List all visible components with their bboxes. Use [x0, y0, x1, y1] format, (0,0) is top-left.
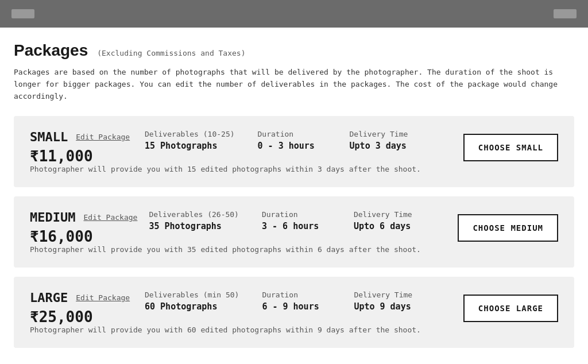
package-details-medium: Deliverables (26-50) 35 Photographs Dura…: [149, 210, 458, 231]
deliverables-block: Deliverables (10-25) 15 Photographs: [145, 130, 235, 151]
package-left: MEDIUM Edit Package ₹16,000: [30, 210, 137, 245]
edit-package-link-small[interactable]: Edit Package: [76, 133, 130, 141]
package-left: LARGE Edit Package ₹25,000: [30, 291, 133, 326]
package-description-medium: Photographer will provide you with 35 ed…: [30, 245, 558, 254]
page-subtitle: (Excluding Commissions and Taxes): [97, 49, 245, 57]
package-price-large: ₹25,000: [30, 308, 133, 326]
package-header: MEDIUM Edit Package: [30, 210, 137, 224]
duration-value: 6 - 9 hours: [262, 301, 331, 312]
delivery-label: Delivery Time: [350, 130, 419, 138]
page-description: Packages are based on the number of phot…: [14, 67, 574, 102]
deliverables-block: Deliverables (min 50) 60 Photographs: [145, 291, 239, 312]
package-info-section: MEDIUM Edit Package ₹16,000 Deliverables…: [30, 210, 458, 245]
deliverables-label: Deliverables (26-50): [149, 210, 239, 219]
delivery-block: Delivery Time Upto 3 days: [350, 130, 419, 151]
delivery-value: Upto 6 days: [354, 221, 423, 231]
deliverables-block: Deliverables (26-50) 35 Photographs: [149, 210, 239, 231]
delivery-value: Upto 9 days: [354, 301, 423, 312]
page-title: Packages: [14, 41, 88, 60]
duration-value: 3 - 6 hours: [262, 221, 331, 231]
delivery-value: Upto 3 days: [350, 141, 419, 151]
package-left: SMALL Edit Package ₹11,000: [30, 130, 133, 165]
deliverables-label: Deliverables (min 50): [145, 291, 239, 299]
package-name-small: SMALL: [30, 130, 68, 144]
deliverables-label: Deliverables (10-25): [145, 130, 235, 138]
main-content: Packages (Excluding Commissions and Taxe…: [0, 28, 588, 364]
deliverables-value: 35 Photographs: [149, 221, 239, 231]
package-card-large: LARGE Edit Package ₹25,000 Deliverables …: [14, 277, 574, 348]
choose-medium-button[interactable]: CHOOSE MEDIUM: [458, 214, 558, 242]
edit-package-link-medium[interactable]: Edit Package: [83, 213, 137, 222]
choose-small-button[interactable]: CHOOSE SMALL: [463, 134, 558, 161]
package-info-section: LARGE Edit Package ₹25,000 Deliverables …: [30, 291, 463, 326]
package-info-section: SMALL Edit Package ₹11,000 Deliverables …: [30, 130, 463, 165]
nav-left-button[interactable]: [11, 9, 34, 18]
delivery-block: Delivery Time Upto 6 days: [354, 210, 423, 231]
delivery-label: Delivery Time: [354, 291, 423, 299]
packages-container: SMALL Edit Package ₹11,000 Deliverables …: [14, 116, 574, 348]
duration-label: Duration: [262, 291, 331, 299]
package-top-row: SMALL Edit Package ₹11,000 Deliverables …: [30, 130, 558, 165]
delivery-block: Delivery Time Upto 9 days: [354, 291, 423, 312]
delivery-label: Delivery Time: [354, 210, 423, 219]
duration-block: Duration 6 - 9 hours: [262, 291, 331, 312]
package-card-medium: MEDIUM Edit Package ₹16,000 Deliverables…: [14, 196, 574, 268]
package-top-row: LARGE Edit Package ₹25,000 Deliverables …: [30, 291, 558, 326]
package-header: SMALL Edit Package: [30, 130, 133, 144]
page-header: Packages (Excluding Commissions and Taxe…: [14, 41, 574, 60]
package-description-large: Photographer will provide you with 60 ed…: [30, 326, 558, 334]
package-header: LARGE Edit Package: [30, 291, 133, 305]
package-description-small: Photographer will provide you with 15 ed…: [30, 165, 558, 173]
deliverables-value: 15 Photographs: [145, 141, 235, 151]
duration-label: Duration: [258, 130, 327, 138]
deliverables-value: 60 Photographs: [145, 301, 239, 312]
package-details-large: Deliverables (min 50) 60 Photographs Dur…: [145, 291, 463, 312]
package-price-small: ₹11,000: [30, 148, 133, 165]
duration-value: 0 - 3 hours: [258, 141, 327, 151]
package-name-large: LARGE: [30, 291, 68, 305]
choose-large-button[interactable]: CHOOSE LARGE: [463, 295, 558, 322]
package-details-small: Deliverables (10-25) 15 Photographs Dura…: [145, 130, 463, 151]
edit-package-link-large[interactable]: Edit Package: [76, 293, 130, 302]
duration-block: Duration 0 - 3 hours: [258, 130, 327, 151]
package-card-small: SMALL Edit Package ₹11,000 Deliverables …: [14, 116, 574, 187]
package-top-row: MEDIUM Edit Package ₹16,000 Deliverables…: [30, 210, 558, 245]
package-price-medium: ₹16,000: [30, 228, 137, 245]
top-navigation: [0, 0, 588, 28]
duration-label: Duration: [262, 210, 331, 219]
nav-right-button[interactable]: [554, 9, 577, 18]
package-name-medium: MEDIUM: [30, 210, 75, 224]
duration-block: Duration 3 - 6 hours: [262, 210, 331, 231]
